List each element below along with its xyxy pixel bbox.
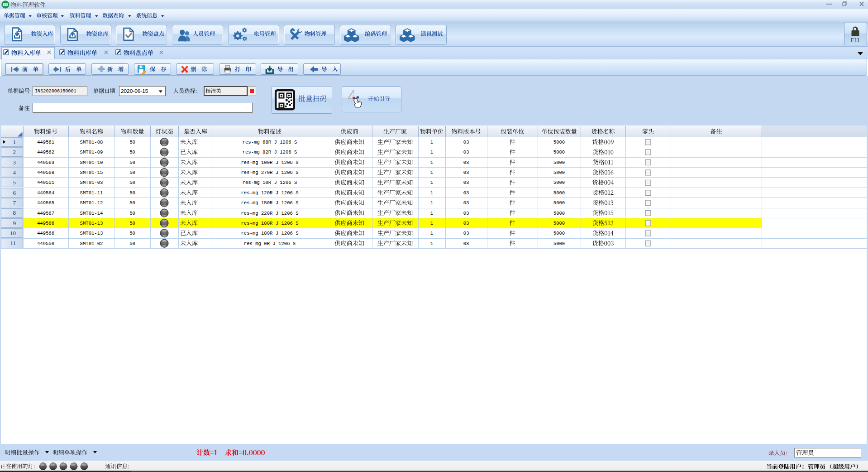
- svg-text:1: 1: [430, 140, 433, 145]
- svg-text:1: 1: [430, 221, 433, 226]
- svg-text:1: 1: [430, 200, 433, 206]
- svg-text:7: 7: [13, 199, 16, 206]
- svg-text:8: 8: [13, 209, 16, 216]
- svg-text:449567: 449567: [37, 211, 54, 216]
- svg-text:res-mg 82R J 1206 S: res-mg 82R J 1206 S: [243, 149, 297, 155]
- svg-text:449568: 449568: [37, 170, 54, 175]
- svg-text:SMT01-13: SMT01-13: [80, 221, 103, 226]
- svg-text:1: 1: [430, 190, 433, 196]
- svg-text:5000: 5000: [553, 211, 565, 216]
- svg-text:6: 6: [13, 189, 16, 196]
- svg-text:50: 50: [129, 241, 135, 246]
- svg-text:50: 50: [129, 180, 135, 185]
- svg-text:50: 50: [129, 211, 135, 216]
- svg-text:03: 03: [463, 241, 469, 246]
- svg-text:1: 1: [430, 231, 433, 236]
- svg-text:2: 2: [13, 149, 16, 155]
- svg-text:1: 1: [430, 170, 433, 175]
- svg-text:50: 50: [129, 231, 135, 236]
- svg-text:449550: 449550: [37, 241, 54, 246]
- svg-text:SMT01-15: SMT01-15: [80, 170, 103, 175]
- svg-text:449562: 449562: [37, 149, 54, 155]
- svg-text:03: 03: [463, 149, 469, 155]
- svg-text:03: 03: [463, 140, 469, 145]
- svg-text:50: 50: [129, 200, 135, 206]
- svg-text:11: 11: [10, 240, 16, 246]
- svg-text:SMT01-08: SMT01-08: [80, 140, 103, 145]
- svg-text:03: 03: [463, 211, 469, 216]
- svg-text:5000: 5000: [553, 241, 565, 246]
- svg-text:5000: 5000: [553, 160, 565, 165]
- svg-text:1: 1: [13, 139, 16, 145]
- svg-text:449565: 449565: [37, 200, 54, 206]
- svg-text:50: 50: [129, 149, 135, 155]
- svg-text:03: 03: [463, 190, 469, 196]
- svg-text:res-mg 120R J 1206 S: res-mg 120R J 1206 S: [241, 190, 298, 196]
- svg-text:03: 03: [463, 200, 469, 206]
- svg-text:res-mg 180R J 1206 S: res-mg 180R J 1206 S: [241, 221, 298, 226]
- svg-text:4: 4: [13, 169, 16, 176]
- svg-text:res-mg 270R J 1206 S: res-mg 270R J 1206 S: [241, 170, 298, 175]
- svg-text:SMT01-09: SMT01-09: [80, 149, 103, 155]
- svg-text:res-mg 180R J 1206 S: res-mg 180R J 1206 S: [241, 231, 298, 236]
- svg-text:F11: F11: [851, 37, 860, 43]
- svg-text:5000: 5000: [553, 149, 565, 155]
- svg-text:50: 50: [129, 190, 135, 196]
- svg-text:449563: 449563: [37, 160, 54, 165]
- svg-text:50: 50: [129, 160, 135, 165]
- svg-text:03: 03: [463, 170, 469, 175]
- svg-text:5000: 5000: [553, 170, 565, 175]
- svg-text:50: 50: [129, 140, 135, 145]
- svg-text:1: 1: [430, 241, 433, 246]
- svg-text:449564: 449564: [37, 190, 54, 196]
- svg-text:5: 5: [13, 179, 16, 186]
- svg-text:res-mg 10R J 1206 S: res-mg 10R J 1206 S: [243, 180, 297, 185]
- svg-text:03: 03: [463, 160, 469, 165]
- svg-text:449561: 449561: [37, 140, 54, 145]
- svg-text:1: 1: [430, 160, 433, 165]
- svg-text:449566: 449566: [37, 221, 54, 226]
- svg-text:03: 03: [463, 221, 469, 226]
- svg-text:res-mg 68R J 1206 S: res-mg 68R J 1206 S: [243, 140, 297, 145]
- svg-text:50: 50: [129, 221, 135, 226]
- svg-text:50: 50: [129, 170, 135, 175]
- svg-text:1: 1: [430, 180, 433, 185]
- svg-text:SMT01-02: SMT01-02: [80, 241, 103, 246]
- svg-text:3: 3: [13, 159, 16, 166]
- svg-text:res-mg 150R J 1206 S: res-mg 150R J 1206 S: [241, 200, 298, 206]
- svg-text:449551: 449551: [37, 180, 54, 185]
- svg-text:03: 03: [463, 231, 469, 236]
- svg-text:SMT01-10: SMT01-10: [80, 160, 103, 165]
- svg-text:SMT01-12: SMT01-12: [80, 200, 103, 206]
- svg-text:10: 10: [10, 230, 16, 236]
- svg-text:SMT01-14: SMT01-14: [80, 211, 103, 216]
- svg-text:res-mg 220R J 1206 S: res-mg 220R J 1206 S: [241, 211, 298, 216]
- svg-text:SMT01-11: SMT01-11: [80, 190, 103, 196]
- svg-text:5000: 5000: [553, 180, 565, 185]
- svg-text:5000: 5000: [553, 190, 565, 196]
- svg-text:5000: 5000: [553, 200, 565, 206]
- svg-text:5000: 5000: [553, 140, 565, 145]
- svg-text:2020-06-15: 2020-06-15: [121, 88, 148, 94]
- svg-text:03: 03: [463, 180, 469, 185]
- svg-text:SMT01-13: SMT01-13: [80, 231, 103, 236]
- svg-text:1: 1: [430, 211, 433, 216]
- svg-text:INS202006150001: INS202006150001: [35, 89, 76, 94]
- svg-text:SMT01-03: SMT01-03: [80, 180, 103, 185]
- svg-text:res-mg 0R J 1206 S: res-mg 0R J 1206 S: [244, 241, 296, 246]
- svg-text:9: 9: [13, 220, 16, 226]
- svg-text:449566: 449566: [37, 231, 54, 236]
- svg-text:res-mg 100R J 1206 S: res-mg 100R J 1206 S: [241, 160, 298, 165]
- svg-text:1: 1: [430, 149, 433, 155]
- svg-text:5000: 5000: [553, 221, 565, 226]
- svg-text:5000: 5000: [553, 231, 565, 236]
